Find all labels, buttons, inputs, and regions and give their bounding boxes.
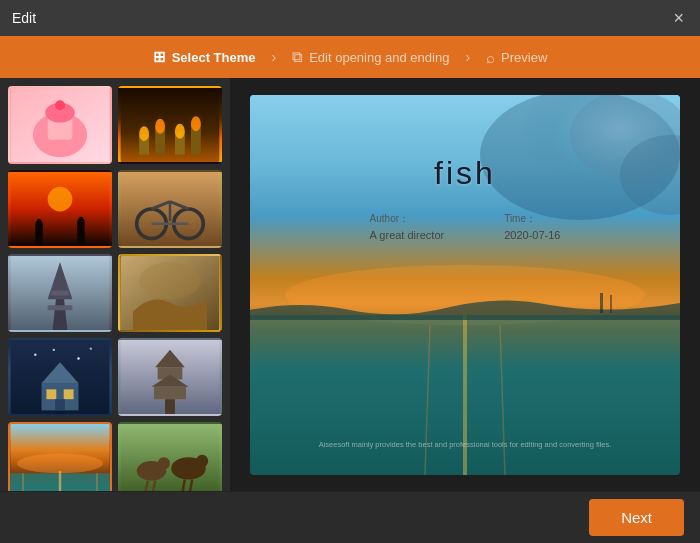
theme-thumbnail[interactable]: [118, 422, 222, 491]
svg-rect-47: [165, 399, 175, 414]
preview-card: fish Author： A great director Time： 2020…: [250, 95, 680, 475]
time-value: 2020-07-16: [504, 229, 560, 241]
preview-background: fish Author： A great director Time： 2020…: [250, 95, 680, 475]
step-select-theme-label: Select Theme: [172, 50, 256, 65]
step-preview[interactable]: ⌕ Preview: [472, 49, 561, 66]
svg-point-11: [155, 119, 165, 134]
theme-grid: ⬇ ⬇: [8, 86, 222, 491]
preview-icon: ⌕: [486, 49, 495, 66]
svg-rect-29: [48, 305, 73, 310]
svg-rect-16: [35, 224, 42, 246]
svg-point-56: [158, 457, 170, 469]
preview-meta: Author： A great director Time： 2020-07-1…: [370, 212, 561, 241]
step-bar: ⊞ Select Theme › ⧉ Edit opening and endi…: [0, 36, 700, 78]
svg-point-31: [139, 262, 201, 299]
theme-thumbnail[interactable]: [118, 86, 222, 164]
theme-icon: ⊞: [153, 48, 166, 66]
svg-rect-39: [46, 389, 56, 399]
svg-point-49: [17, 454, 103, 474]
preview-panel: fish Author： A great director Time： 2020…: [230, 78, 700, 491]
theme-thumbnail[interactable]: [8, 338, 112, 416]
time-label: Time：: [504, 212, 560, 226]
svg-rect-41: [55, 399, 65, 410]
svg-rect-28: [51, 291, 68, 296]
svg-point-10: [139, 126, 149, 141]
main-content: ⬇ ⬇: [0, 78, 700, 491]
step-edit-opening-label: Edit opening and ending: [309, 50, 449, 65]
author-label: Author：: [370, 212, 445, 226]
theme-panel[interactable]: ⬇ ⬇: [0, 78, 230, 491]
theme-thumbnail[interactable]: [118, 170, 222, 248]
svg-rect-17: [77, 221, 84, 243]
theme-thumbnail[interactable]: [8, 422, 112, 491]
svg-point-35: [77, 357, 79, 359]
author-value: A great director: [370, 229, 445, 241]
step-select-theme[interactable]: ⊞ Select Theme: [139, 48, 270, 66]
preview-author: Author： A great director: [370, 212, 445, 241]
preview-title: fish: [434, 155, 496, 192]
theme-thumbnail[interactable]: [8, 86, 112, 164]
svg-point-4: [55, 100, 65, 110]
next-button[interactable]: Next: [589, 499, 684, 536]
theme-thumbnail[interactable]: [118, 338, 222, 416]
step-edit-opening[interactable]: ⧉ Edit opening and ending: [278, 48, 463, 66]
svg-point-15: [48, 187, 73, 212]
svg-rect-5: [121, 88, 220, 162]
theme-thumbnail[interactable]: [8, 170, 112, 248]
bottom-bar: Next: [0, 491, 700, 543]
preview-footer: Aiseesoft mainly provides the best and p…: [250, 440, 680, 451]
step-preview-label: Preview: [501, 50, 547, 65]
svg-point-12: [175, 124, 185, 139]
edit-icon: ⧉: [292, 48, 303, 66]
theme-thumbnail[interactable]: [8, 254, 112, 332]
window-title: Edit: [12, 10, 36, 26]
svg-point-33: [34, 354, 36, 356]
preview-time: Time： 2020-07-16: [504, 212, 560, 241]
title-bar: Edit ×: [0, 0, 700, 36]
theme-thumbnail[interactable]: [118, 254, 222, 332]
svg-point-34: [53, 349, 55, 351]
svg-rect-46: [154, 387, 186, 399]
svg-point-36: [90, 347, 92, 349]
svg-point-60: [196, 455, 208, 467]
step-arrow-2: ›: [463, 49, 472, 65]
step-arrow-1: ›: [270, 49, 279, 65]
svg-point-13: [191, 116, 201, 131]
close-button[interactable]: ×: [669, 9, 688, 27]
svg-rect-40: [64, 389, 74, 399]
